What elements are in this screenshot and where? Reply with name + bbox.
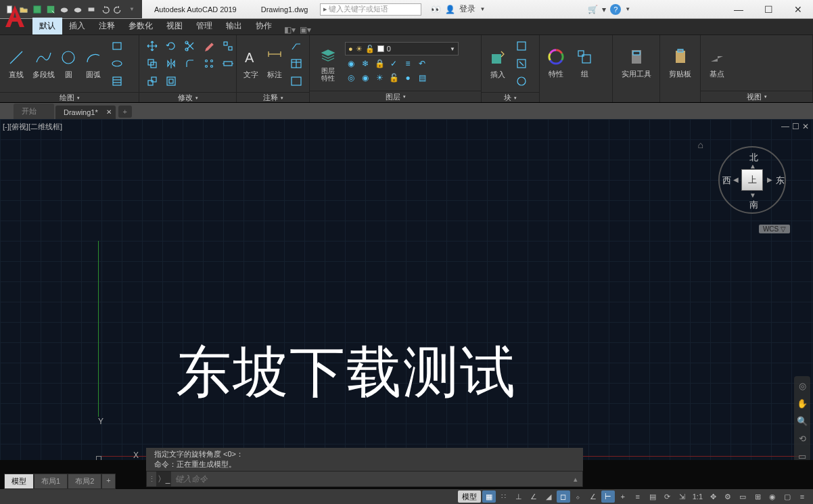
file-tab-start[interactable]: 开始: [14, 104, 54, 119]
status-annoscale-icon[interactable]: ⇲: [676, 490, 689, 503]
nav-zoom-icon[interactable]: 🔍: [795, 414, 809, 428]
nav-wheel-icon[interactable]: ◎: [795, 379, 809, 392]
scale-icon[interactable]: [143, 73, 161, 89]
rotate-icon[interactable]: [162, 38, 180, 54]
app-menu-button[interactable]: [1, 3, 28, 30]
ellipse-icon[interactable]: [108, 55, 126, 72]
panel-layers-title[interactable]: 图层: [310, 91, 481, 102]
layer-make-current-icon[interactable]: ✓: [388, 58, 400, 70]
tab-add-layout[interactable]: +: [101, 474, 115, 489]
minimize-button[interactable]: —: [724, 0, 753, 18]
line-button[interactable]: 直线: [4, 39, 28, 89]
status-cycling-icon[interactable]: ⟳: [661, 490, 674, 503]
layer-isolate-icon[interactable]: ◎: [345, 72, 357, 84]
cube-arrow-e[interactable]: ▶: [767, 176, 772, 183]
panel-draw-title[interactable]: 绘图: [0, 92, 139, 103]
user-icon[interactable]: 👤: [445, 5, 455, 14]
help-dropdown-icon[interactable]: ▼: [625, 6, 630, 12]
circle-button[interactable]: 圆: [58, 39, 78, 89]
cmd-prompt-icon[interactable]: 〉_: [156, 472, 171, 486]
ribbon-tab-annotate[interactable]: 注释: [92, 18, 122, 35]
layer-unisolate-icon[interactable]: ◉: [359, 72, 371, 84]
ribbon-tab-insert[interactable]: 插入: [62, 18, 92, 35]
status-3dosnap-icon[interactable]: ⬦: [572, 490, 585, 503]
status-lineweight-icon[interactable]: ≡: [631, 490, 645, 503]
qat-plot-icon[interactable]: [85, 3, 97, 16]
new-tab-button[interactable]: +: [118, 106, 132, 118]
status-scale-label[interactable]: 1:1: [691, 490, 705, 503]
compass-east[interactable]: 东: [776, 175, 785, 187]
search-input[interactable]: 键入关键字或短语: [320, 3, 421, 16]
arc-button[interactable]: 圆弧: [81, 39, 106, 89]
ribbon-expand-icon[interactable]: ▣▾: [300, 25, 311, 35]
layer-previous-icon[interactable]: ↶: [416, 58, 428, 70]
binoculars-icon[interactable]: 👀: [431, 5, 441, 14]
close-tab-icon[interactable]: ✕: [106, 108, 112, 116]
edit-block-icon[interactable]: [513, 55, 530, 72]
close-button[interactable]: ✕: [783, 0, 813, 18]
layer-off-icon[interactable]: ◉: [345, 58, 357, 70]
qat-save-icon[interactable]: [31, 3, 43, 16]
viewcube[interactable]: 上 北 南 东 西 ▲ ▼ ▶ ◀: [712, 139, 793, 221]
ribbon-tab-output[interactable]: 输出: [219, 18, 249, 35]
cube-arrow-w[interactable]: ◀: [733, 176, 739, 183]
layer-state-icon[interactable]: ▤: [416, 72, 428, 84]
cube-arrow-s[interactable]: ▼: [749, 191, 756, 199]
viewport-label[interactable]: [-][俯视][二维线框]: [3, 122, 62, 132]
status-monitor-icon[interactable]: ▭: [736, 490, 749, 503]
status-osnap-icon[interactable]: ◻: [557, 490, 570, 503]
status-hardware-icon[interactable]: ⊞: [751, 490, 764, 503]
exchange-icon[interactable]: 🛒: [588, 5, 598, 14]
status-grid-icon[interactable]: ▦: [482, 490, 496, 503]
wcs-label[interactable]: WCS ▽: [759, 225, 790, 233]
leader-icon[interactable]: [287, 38, 305, 54]
cmd-recent-icon[interactable]: ▴: [569, 475, 582, 484]
status-clean-icon[interactable]: ▢: [781, 490, 794, 503]
panel-view-title[interactable]: 视图: [701, 91, 812, 102]
nav-orbit-icon[interactable]: ⟲: [795, 432, 809, 445]
fillet-icon[interactable]: [181, 55, 199, 72]
tab-model[interactable]: 模型: [4, 474, 34, 489]
status-isolate-icon[interactable]: ◉: [766, 490, 779, 503]
hatch-icon[interactable]: [108, 73, 126, 89]
qat-cloud-save-icon[interactable]: [72, 3, 84, 16]
vp-maximize-icon[interactable]: ☐: [792, 122, 799, 131]
viewcube-face-top[interactable]: 上: [741, 169, 763, 191]
rectangle-icon[interactable]: [108, 38, 126, 54]
copy-icon[interactable]: [143, 55, 161, 72]
compass-south[interactable]: 南: [749, 199, 758, 211]
create-block-icon[interactable]: [513, 38, 530, 54]
status-annotation-icon[interactable]: ✥: [706, 490, 720, 503]
layer-match-icon[interactable]: ≡: [402, 58, 414, 70]
vp-minimize-icon[interactable]: —: [781, 122, 789, 131]
login-dropdown-icon[interactable]: ▼: [480, 6, 485, 12]
canvas-text-object[interactable]: 东坡下载测试: [176, 336, 517, 410]
qat-redo-icon[interactable]: [112, 3, 124, 16]
layer-freeze-icon[interactable]: ❄: [359, 58, 371, 70]
status-workspace-icon[interactable]: ⚙: [721, 490, 735, 503]
status-dyn-input-icon[interactable]: +: [616, 490, 630, 503]
file-tab-drawing1[interactable]: Drawing1*✕: [55, 106, 116, 119]
help-icon[interactable]: ?: [610, 4, 621, 15]
status-otrack-icon[interactable]: ∠: [586, 490, 600, 503]
cloud-icon[interactable]: [287, 73, 305, 89]
status-model-button[interactable]: 模型: [458, 490, 481, 503]
tab-layout2[interactable]: 布局2: [68, 474, 101, 489]
explode-icon[interactable]: [219, 38, 237, 54]
ribbon-tab-collab[interactable]: 协作: [249, 18, 279, 35]
ribbon-tab-manage[interactable]: 管理: [189, 18, 219, 35]
tab-layout1[interactable]: 布局1: [34, 474, 68, 489]
panel-blocks-title[interactable]: 块: [482, 92, 539, 103]
status-dynucs-icon[interactable]: ⊢: [601, 490, 615, 503]
panel-modify-title[interactable]: 修改: [139, 92, 236, 103]
layer-unlock-icon[interactable]: 🔓: [388, 72, 400, 84]
layer-lock-icon[interactable]: 🔒: [373, 58, 386, 70]
app-store-icon[interactable]: ▾: [602, 5, 606, 14]
status-customize-icon[interactable]: ≡: [795, 490, 809, 503]
layer-on-icon[interactable]: ●: [402, 72, 414, 84]
status-ortho-icon[interactable]: ⊥: [512, 490, 526, 503]
qat-cloud-open-icon[interactable]: [58, 3, 70, 16]
qat-dropdown-icon[interactable]: ▼: [126, 3, 138, 16]
featured-apps-icon[interactable]: ◧▾: [284, 25, 296, 35]
viewcube-home-icon[interactable]: ⌂: [698, 139, 703, 150]
